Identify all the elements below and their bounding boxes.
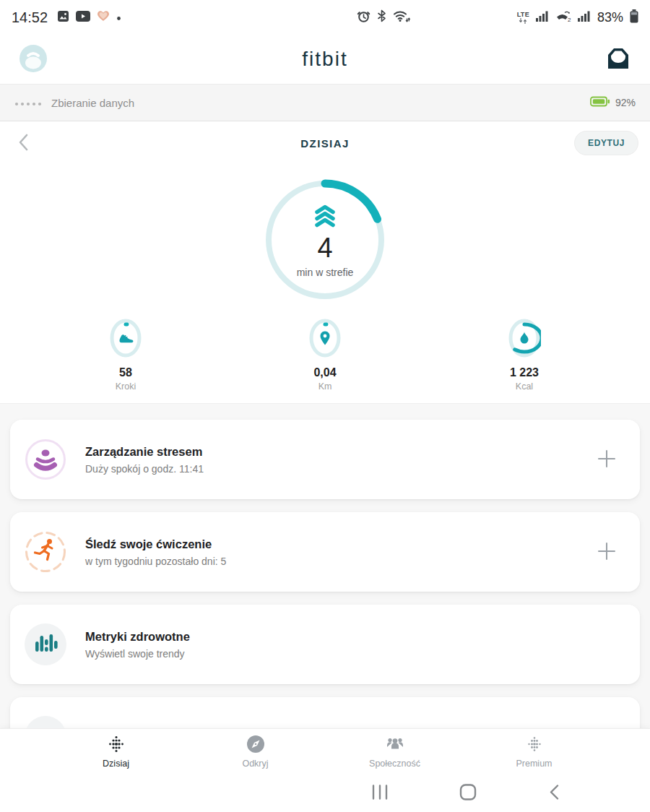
card-track-exercise[interactable]: Śledź swoje ćwiczenie w tym tygodniu poz… [10, 512, 640, 592]
svg-text:2: 2 [568, 17, 571, 22]
tab-label: Społeczność [369, 759, 420, 769]
lte-label: LTE [517, 12, 529, 18]
sync-status-label: Zbieranie danych [51, 97, 134, 109]
cards-section: Zarządzanie stresem Duży spokój o godz. … [0, 403, 650, 728]
card-stress-management[interactable]: Zarządzanie stresem Duży spokój o godz. … [10, 420, 640, 499]
hero-section: 4 min w strefie [0, 165, 650, 318]
bottom-navigation: Dzisiaj Odkryj Społeczność Premium [0, 728, 650, 774]
android-navigation-bar [0, 774, 650, 812]
device-battery-icon [590, 96, 610, 110]
people-icon [385, 735, 405, 756]
tab-today[interactable]: Dzisiaj [46, 729, 186, 774]
bar-chart-icon [25, 623, 66, 665]
tab-label: Premium [516, 759, 552, 769]
runner-icon [25, 531, 66, 573]
stat-steps[interactable]: 58 Kroki [26, 318, 225, 403]
tab-community[interactable]: Społeczność [325, 729, 464, 774]
lte-indicator: LTE [517, 12, 529, 24]
distance-label: Km [318, 381, 332, 392]
add-icon[interactable] [594, 538, 620, 566]
card-title: Śledź swoje ćwiczenie [85, 537, 594, 551]
meditation-icon [25, 439, 66, 480]
card-title: Metryki zdrowotne [85, 630, 620, 644]
bluetooth-icon [377, 9, 386, 25]
card-subtitle: Duży spokój o godz. 11:41 [85, 463, 594, 475]
alarm-icon [357, 9, 370, 26]
compass-icon [246, 735, 265, 756]
page-title: DZISIAJ [0, 137, 650, 150]
zone-minutes-ring[interactable]: 4 min w strefie [261, 176, 389, 303]
home-button[interactable] [455, 779, 481, 808]
tab-label: Odkryj [242, 759, 268, 769]
gallery-notification-icon [57, 10, 69, 25]
card-health-metrics[interactable]: Metryki zdrowotne Wyświetl swoje trendy [10, 605, 640, 684]
inbox-icon[interactable] [605, 46, 631, 73]
premium-dots-icon [525, 735, 544, 756]
flame-icon [508, 318, 541, 358]
wifi-icon [393, 9, 410, 26]
tab-premium[interactable]: Premium [464, 729, 604, 774]
device-battery-percent: 92% [615, 97, 636, 108]
shoe-icon [109, 318, 142, 358]
calories-value: 1 223 [510, 366, 539, 379]
zone-minutes-value: 4 [317, 233, 332, 264]
call-sim2-icon: 2 [555, 9, 571, 25]
signal-strength-2-icon [578, 10, 591, 25]
stat-calories[interactable]: 1 223 Kcal [425, 318, 624, 403]
location-pin-icon [308, 318, 342, 358]
back-chevron-icon[interactable] [12, 129, 36, 158]
notification-dot-icon [116, 11, 121, 24]
fitbit-logo: fitbit [0, 48, 650, 71]
card-subtitle: w tym tygodniu pozostało dni: 5 [85, 556, 594, 567]
profile-avatar[interactable] [19, 44, 48, 75]
tab-discover[interactable]: Odkryj [186, 729, 325, 774]
fitbit-app-screen: 14:52 L [0, 0, 650, 812]
stats-row: 58 Kroki 0,04 Km [0, 318, 650, 403]
fitbit-dots-icon [107, 735, 126, 756]
app-header: fitbit [0, 35, 650, 84]
add-icon[interactable] [594, 446, 620, 474]
zone-minutes-icon [308, 202, 342, 231]
youtube-notification-icon [76, 11, 90, 25]
stat-distance[interactable]: 0,04 Km [225, 318, 425, 403]
sync-status-bar[interactable]: Zbieranie danych 92% [0, 84, 650, 121]
clock-time: 14:52 [12, 9, 48, 26]
edit-button[interactable]: EDYTUJ [574, 131, 638, 155]
card-title: Zarządzanie stresem [85, 445, 594, 459]
steps-label: Kroki [116, 381, 136, 392]
battery-percent-label: 83% [597, 10, 623, 25]
heart-notification-icon [97, 10, 110, 25]
steps-value: 58 [119, 366, 132, 379]
sync-progress-dots-icon [14, 96, 42, 109]
recents-button[interactable] [367, 780, 393, 807]
android-back-button[interactable] [543, 779, 566, 808]
status-bar: 14:52 L [0, 0, 650, 35]
placeholder-circle-icon [25, 716, 66, 728]
calories-label: Kcal [516, 381, 533, 392]
distance-value: 0,04 [313, 366, 336, 379]
card-partial[interactable] [10, 697, 640, 728]
tab-label: Dzisiaj [103, 759, 129, 769]
signal-strength-icon [536, 10, 549, 25]
card-subtitle: Wyświetl swoje trendy [85, 648, 620, 660]
today-header-row: DZISIAJ EDYTUJ [0, 121, 650, 165]
zone-minutes-label: min w strefie [297, 267, 354, 278]
battery-icon [630, 9, 638, 26]
